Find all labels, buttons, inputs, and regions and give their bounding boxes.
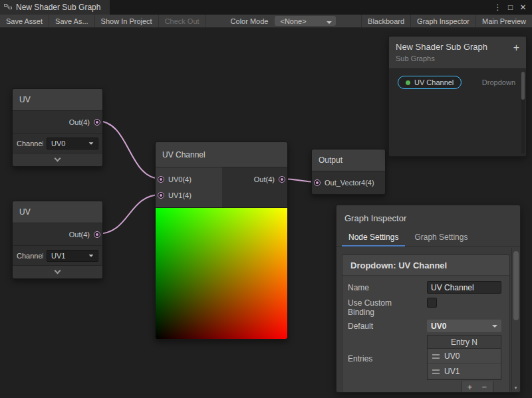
main-preview-toggle-button[interactable]: Main Preview xyxy=(475,15,532,27)
custom-binding-checkbox[interactable] xyxy=(427,298,437,308)
node-title: UV xyxy=(19,207,31,217)
color-mode-value: <None> xyxy=(280,17,306,25)
spacer xyxy=(348,381,427,383)
chevron-down-icon xyxy=(55,155,61,162)
remove-entry-button[interactable]: − xyxy=(481,382,487,392)
maximize-icon[interactable]: □ xyxy=(504,0,517,15)
port-out-icon[interactable] xyxy=(279,176,285,183)
chevron-down-icon xyxy=(89,254,94,256)
channel-value: UV0 xyxy=(51,140,65,148)
blackboard-toggle-button[interactable]: Blackboard xyxy=(361,15,410,27)
edge-uv1-connection[interactable] xyxy=(97,195,161,234)
toolbar-right-group: Blackboard Graph Inspector Main Preview xyxy=(361,15,532,27)
field-name: UV Channel xyxy=(414,78,454,86)
scrollbar-thumb[interactable] xyxy=(521,72,525,100)
default-value: UV0 xyxy=(431,322,446,331)
channel-value: UV1 xyxy=(51,252,65,260)
window-tab[interactable]: New Shader Sub Graph xyxy=(0,0,110,15)
node-output[interactable]: Output Out_Vector4(4) xyxy=(311,149,386,195)
chevron-down-icon xyxy=(492,325,497,328)
tab-title: New Shader Sub Graph xyxy=(16,3,100,12)
node-uv-channel-header[interactable]: UV Channel xyxy=(156,142,287,167)
entry-row-uv0[interactable]: UV0 xyxy=(428,349,501,364)
save-as-button[interactable]: Save As... xyxy=(49,15,95,27)
color-mode-dropdown[interactable]: <None> xyxy=(275,16,336,26)
default-field-row: Default UV0 xyxy=(348,320,503,332)
chevron-down-icon xyxy=(55,268,61,274)
add-entry-button[interactable]: + xyxy=(467,382,473,392)
titlebar: New Shader Sub Graph ⋮ □ ✕ xyxy=(0,0,532,15)
port-label: UV1(4) xyxy=(168,191,192,199)
blackboard-scrollbar[interactable] xyxy=(521,72,525,153)
node-title: UV Channel xyxy=(162,150,205,159)
inputs-column: UV0(4) UV1(4) xyxy=(156,167,222,207)
menu-icon[interactable]: ⋮ xyxy=(491,0,504,15)
port-label: Out(4) xyxy=(69,231,90,239)
node-title: Output xyxy=(319,155,342,165)
channel-label: Channel xyxy=(17,140,43,148)
port-in-uv0-icon[interactable] xyxy=(158,176,164,183)
collapse-preview-button[interactable] xyxy=(13,153,102,166)
blackboard-header: New Shader Sub Graph Sub Graphs + xyxy=(389,37,526,69)
collapse-preview-button[interactable] xyxy=(13,265,102,278)
graph-canvas[interactable]: UV Out(4) Channel UV0 UV Out(4) Channel xyxy=(0,28,532,398)
show-in-project-button[interactable]: Show In Project xyxy=(95,15,159,27)
color-mode-label: Color Mode xyxy=(225,15,273,27)
node-uv-top[interactable]: UV Out(4) Channel UV0 xyxy=(12,88,103,167)
tab-graph-settings[interactable]: Graph Settings xyxy=(408,229,474,247)
inspector-content: Dropdown: UV Channel Name Use Custom Bin… xyxy=(342,254,510,392)
chevron-down-icon xyxy=(327,21,332,24)
chevron-down-icon xyxy=(89,142,94,144)
channel-dropdown[interactable]: UV1 xyxy=(47,250,98,262)
uv-preview xyxy=(156,207,287,339)
port-in-uv1-icon[interactable] xyxy=(158,192,164,199)
add-property-button[interactable]: + xyxy=(513,42,519,54)
blackboard-subtitle: Sub Graphs xyxy=(396,54,519,62)
port-out-icon[interactable] xyxy=(94,231,100,238)
port-label: Out_Vector4(4) xyxy=(325,179,374,187)
channel-dropdown[interactable]: UV0 xyxy=(47,138,98,149)
name-label: Name xyxy=(348,281,427,292)
entries-label: Entries xyxy=(348,352,427,363)
tab-node-settings[interactable]: Node Settings xyxy=(342,229,405,247)
node-uv-bottom-header[interactable]: UV xyxy=(13,201,102,223)
scroll-down-icon[interactable]: ▾ xyxy=(512,385,519,391)
scrollbar-thumb[interactable] xyxy=(513,251,519,320)
close-icon[interactable]: ✕ xyxy=(517,0,529,15)
inspector-title: Graph Inspector xyxy=(336,205,520,229)
node-uv-bottom[interactable]: UV Out(4) Channel UV1 xyxy=(12,201,103,279)
port-label: Out(4) xyxy=(254,175,275,183)
node-uv-top-header[interactable]: UV xyxy=(13,89,102,111)
inspector-scrollbar[interactable]: ▾ xyxy=(511,248,519,391)
drag-handle-icon[interactable] xyxy=(432,354,440,359)
entries-footer: + − xyxy=(461,381,493,392)
node-uv-channel[interactable]: UV Channel UV0(4) UV1(4) Out(4) xyxy=(155,142,288,340)
default-dropdown[interactable]: UV0 xyxy=(427,320,501,332)
graph-inspector-toggle-button[interactable]: Graph Inspector xyxy=(410,15,475,27)
blackboard-title: New Shader Sub Graph xyxy=(396,42,519,52)
section-title: Dropdown: UV Channel xyxy=(342,255,509,276)
node-title: UV xyxy=(19,95,31,104)
blackboard-field-row: UV Channel Dropdown xyxy=(389,76,526,89)
entry-label: UV0 xyxy=(444,351,460,361)
field-type-label: Dropdown xyxy=(482,78,515,86)
blackboard-panel[interactable]: New Shader Sub Graph Sub Graphs + UV Cha… xyxy=(388,36,527,157)
entries-footer-row: + − xyxy=(348,381,503,392)
port-in-icon[interactable] xyxy=(314,179,321,186)
drag-handle-icon[interactable] xyxy=(432,369,440,374)
save-asset-button[interactable]: Save Asset xyxy=(0,15,49,27)
name-input[interactable] xyxy=(427,281,501,294)
node-output-header[interactable]: Output xyxy=(312,149,385,171)
shader-graph-icon xyxy=(4,3,12,13)
graph-inspector-panel[interactable]: Graph Inspector Node Settings Graph Sett… xyxy=(336,205,521,393)
toolbar: Save Asset Save As... Show In Project Ch… xyxy=(0,15,532,28)
entries-list: Entry N UV0 UV1 xyxy=(427,335,501,380)
port-out-icon[interactable] xyxy=(94,119,100,126)
check-out-button[interactable]: Check Out xyxy=(159,15,206,27)
edge-uv0-connection[interactable] xyxy=(97,121,161,179)
blackboard-field-uv-channel[interactable]: UV Channel xyxy=(398,76,462,89)
entry-row-uv1[interactable]: UV1 xyxy=(428,364,501,379)
custom-binding-label: Use Custom Binding xyxy=(348,296,401,317)
default-label: Default xyxy=(348,320,427,331)
entries-row: Entries Entry N UV0 UV1 xyxy=(348,335,503,380)
